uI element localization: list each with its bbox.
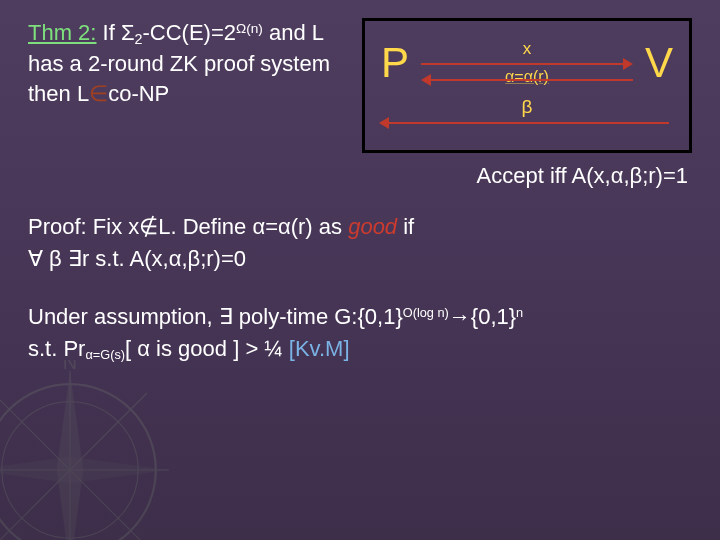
beta-message-label: β (522, 96, 533, 118)
proof-prefix: Proof: (28, 214, 87, 239)
prover-label: P (375, 39, 415, 87)
theorem-statement: Thm 2: If Σ2-CC(E)=2Ω(n) and L has a 2-r… (28, 18, 344, 108)
input-x-label: x (523, 39, 532, 59)
arrow-left-icon (421, 73, 633, 87)
protocol-diagram: P x α=α(r) V β (362, 18, 692, 153)
svg-point-1 (2, 402, 138, 538)
svg-marker-6 (57, 371, 83, 540)
verifier-label: V (639, 39, 679, 87)
svg-line-4 (0, 393, 147, 540)
theorem-label: Thm 2: (28, 20, 96, 45)
assumption-block: Under assumption, ∃ poly-time G:{0,1}O(l… (28, 301, 692, 365)
good-keyword: good (348, 214, 397, 239)
svg-line-5 (0, 393, 147, 540)
arrow-left-long-icon (379, 116, 669, 130)
svg-point-0 (0, 384, 156, 540)
element-of-symbol: ∈ (89, 81, 108, 106)
svg-marker-7 (0, 457, 169, 483)
proof-block: Proof: Fix x∉L. Define α=α(r) as good if… (28, 211, 692, 275)
accept-condition: Accept iff A(x,α,β;r)=1 (28, 163, 692, 189)
citation: [Kv.M] (289, 336, 350, 361)
compass-watermark: N (0, 360, 180, 540)
